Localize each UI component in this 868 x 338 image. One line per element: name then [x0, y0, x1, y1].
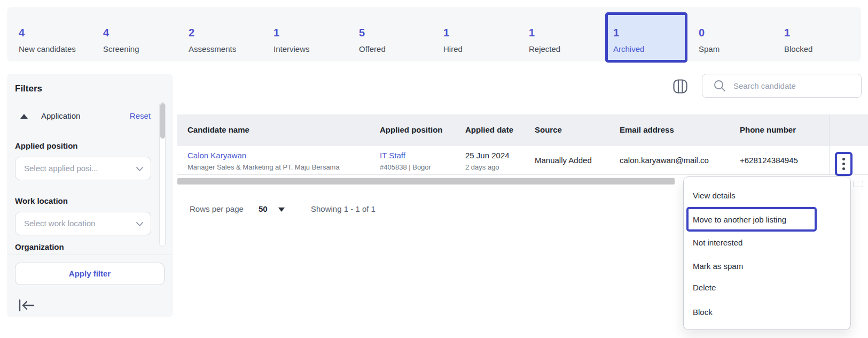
rows-per-page-value[interactable]: 50 — [259, 204, 268, 213]
stage-tab-new-candidates[interactable]: 4 New candidates — [19, 26, 99, 54]
horizontal-scrollbar-thumb[interactable] — [177, 178, 675, 185]
applied-position-select[interactable]: Select applied posi... — [15, 157, 151, 180]
stage-tab-assessments[interactable]: 2 Assessments — [189, 26, 269, 54]
applied-date-subtitle: 2 days ago — [465, 163, 499, 171]
kebab-icon — [842, 158, 845, 160]
col-applied-date: Applied date — [465, 125, 513, 134]
search-candidate-box — [702, 74, 862, 98]
table-header: Candidate name Applied position Applied … — [177, 114, 868, 146]
candidate-name-link[interactable]: Calon Karyawan — [187, 151, 246, 160]
work-location-label: Work location — [15, 196, 68, 205]
stage-count: 1 — [613, 26, 693, 39]
section-label: Application — [41, 111, 80, 120]
email-cell: calon.karyawan@mail.co — [620, 156, 709, 165]
search-icon — [714, 80, 726, 92]
stage-tab-archived[interactable]: 1 Archived — [613, 26, 693, 54]
work-location-select[interactable]: Select work location — [15, 212, 151, 235]
stage-label: Assessments — [189, 44, 269, 54]
row-actions-menu: View details Move to another job listing… — [683, 176, 851, 330]
candidate-subtitle: Manager Sales & Marketing at PT. Maju Be… — [187, 163, 340, 171]
stage-label: New candidates — [19, 44, 99, 54]
stage-tab-blocked[interactable]: 1 Blocked — [784, 26, 864, 54]
stage-tab-spam[interactable]: 0 Spam — [699, 26, 779, 54]
chevron-down-icon — [136, 167, 143, 172]
col-source: Source — [535, 125, 562, 134]
apply-filter-button[interactable]: Apply filter — [15, 263, 165, 285]
showing-label: Showing 1 - 1 of 1 — [311, 204, 376, 213]
chevron-down-icon — [136, 222, 143, 227]
stage-label: Blocked — [784, 44, 864, 54]
stage-label: Rejected — [529, 44, 609, 54]
stage-count: 2 — [189, 26, 269, 39]
stage-label: Interviews — [273, 44, 354, 54]
col-phone-number: Phone number — [740, 125, 796, 134]
filters-title: Filters — [15, 83, 42, 94]
stage-count: 1 — [784, 26, 864, 39]
applied-position-link[interactable]: IT Staff — [380, 151, 405, 160]
menu-item-mark-as-spam[interactable]: Mark as spam — [693, 260, 743, 272]
stage-tab-rejected[interactable]: 1 Rejected — [529, 26, 609, 54]
sidebar-scrollbar-thumb[interactable] — [160, 103, 165, 139]
filters-panel: Filters Application Reset Applied positi… — [7, 74, 173, 317]
stage-tab-screening[interactable]: 4 Screening — [103, 26, 183, 54]
stage-count: 0 — [699, 26, 779, 39]
menu-item-delete[interactable]: Delete — [693, 282, 716, 294]
reset-link[interactable]: Reset — [130, 111, 151, 120]
col-email-address: Email address — [620, 125, 674, 134]
select-placeholder: Select applied posi... — [24, 164, 98, 173]
stage-tab-hired[interactable]: 1 Hired — [443, 26, 523, 54]
stage-count: 1 — [273, 26, 354, 39]
sidebar-divider — [7, 255, 173, 255]
actions-column-divider — [829, 114, 830, 175]
columns-icon — [673, 79, 687, 94]
filter-section-application: Application Reset — [7, 110, 173, 123]
source-cell: Manually Added — [535, 156, 592, 165]
col-applied-position: Applied position — [380, 125, 443, 134]
organization-label-clipped: Organization — [15, 240, 122, 252]
stage-label: Hired — [443, 44, 523, 54]
menu-item-view-details[interactable]: View details — [693, 190, 736, 202]
phone-cell: +628124384945 — [740, 156, 798, 165]
horizontal-scrollbar-track-end — [853, 181, 863, 187]
stage-label: Offered — [359, 44, 439, 54]
stage-label: Spam — [699, 44, 779, 54]
menu-item-not-interested[interactable]: Not interested — [693, 237, 742, 249]
pipeline-stage-bar: 4 New candidates 4 Screening 2 Assessmen… — [7, 7, 861, 62]
applied-date: 25 Jun 2024 — [465, 151, 510, 160]
select-placeholder: Select work location — [24, 219, 95, 228]
menu-item-move-to-job[interactable]: Move to another job listing — [693, 214, 786, 226]
collapse-triangle-icon[interactable] — [20, 114, 28, 119]
stage-count: 1 — [529, 26, 609, 39]
applied-position-label: Applied position — [15, 141, 78, 150]
column-settings-button[interactable] — [673, 79, 687, 94]
applied-position-subtitle: #405838 | Bogor — [380, 163, 431, 171]
stage-count: 4 — [19, 26, 99, 39]
candidate-row: Calon Karyawan Manager Sales & Marketing… — [177, 146, 868, 175]
candidates-page: 4 New candidates 4 Screening 2 Assessmen… — [0, 0, 868, 338]
stage-tab-interviews[interactable]: 1 Interviews — [273, 26, 354, 54]
stage-count: 5 — [359, 26, 439, 39]
row-actions-button[interactable] — [838, 155, 849, 173]
collapse-sidebar-icon[interactable] — [18, 298, 36, 312]
arrow-to-left-icon — [18, 298, 36, 312]
caret-down-icon[interactable] — [278, 208, 285, 212]
menu-item-block[interactable]: Block — [693, 306, 713, 318]
stage-label: Archived — [613, 44, 693, 54]
stage-count: 4 — [103, 26, 183, 39]
stage-tab-offered[interactable]: 5 Offered — [359, 26, 439, 54]
col-candidate-name: Candidate name — [187, 125, 249, 134]
stage-count: 1 — [443, 26, 523, 39]
rows-per-page-label: Rows per page — [190, 204, 244, 213]
stage-label: Screening — [103, 44, 183, 54]
